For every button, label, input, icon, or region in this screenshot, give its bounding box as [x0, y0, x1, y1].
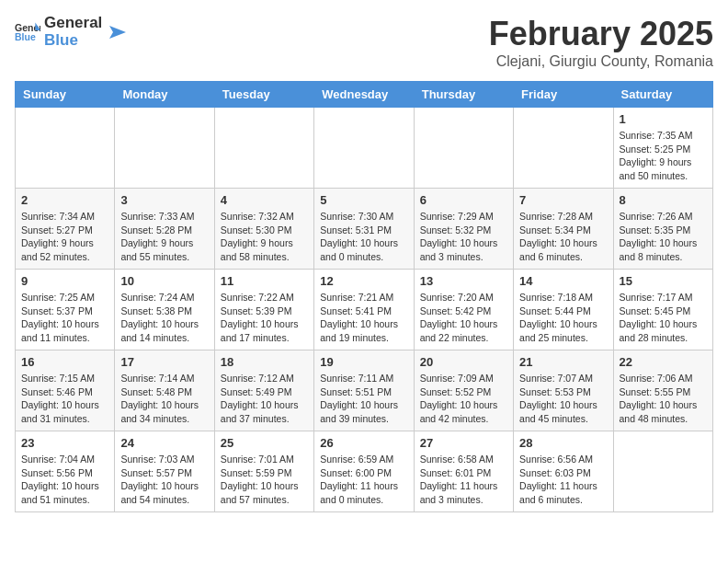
calendar-cell: 7Sunrise: 7:28 AM Sunset: 5:34 PM Daylig… — [514, 189, 613, 270]
calendar-cell: 6Sunrise: 7:29 AM Sunset: 5:32 PM Daylig… — [414, 189, 513, 270]
calendar-cell: 21Sunrise: 7:07 AM Sunset: 5:53 PM Dayli… — [514, 350, 613, 431]
calendar-cell: 12Sunrise: 7:21 AM Sunset: 5:41 PM Dayli… — [314, 270, 414, 350]
day-info: Sunrise: 7:11 AM Sunset: 5:51 PM Dayligh… — [320, 372, 407, 426]
day-number: 20 — [420, 355, 507, 369]
calendar-week-row: 9Sunrise: 7:25 AM Sunset: 5:37 PM Daylig… — [16, 270, 713, 350]
calendar-table: SundayMondayTuesdayWednesdayThursdayFrid… — [15, 81, 713, 512]
day-number: 26 — [320, 436, 407, 450]
logo-icon: General Blue — [15, 21, 40, 43]
calendar-cell: 5Sunrise: 7:30 AM Sunset: 5:31 PM Daylig… — [314, 189, 414, 270]
calendar-cell: 10Sunrise: 7:24 AM Sunset: 5:38 PM Dayli… — [115, 270, 214, 350]
calendar-week-row: 2Sunrise: 7:34 AM Sunset: 5:27 PM Daylig… — [16, 189, 713, 270]
calendar-cell: 11Sunrise: 7:22 AM Sunset: 5:39 PM Dayli… — [214, 270, 313, 350]
calendar-header-row: SundayMondayTuesdayWednesdayThursdayFrid… — [16, 82, 713, 108]
column-header-wednesday: Wednesday — [314, 82, 414, 108]
day-info: Sunrise: 7:18 AM Sunset: 5:44 PM Dayligh… — [519, 291, 607, 345]
logo-blue: Blue — [44, 32, 102, 50]
calendar-cell — [514, 108, 613, 189]
day-info: Sunrise: 7:24 AM Sunset: 5:38 PM Dayligh… — [120, 291, 208, 345]
column-header-monday: Monday — [115, 82, 214, 108]
day-info: Sunrise: 7:26 AM Sunset: 5:35 PM Dayligh… — [620, 210, 707, 264]
calendar-cell: 26Sunrise: 6:59 AM Sunset: 6:00 PM Dayli… — [314, 431, 414, 512]
day-number: 13 — [420, 274, 507, 288]
calendar-cell: 16Sunrise: 7:15 AM Sunset: 5:46 PM Dayli… — [16, 350, 115, 431]
day-number: 17 — [120, 355, 208, 369]
day-number: 28 — [519, 436, 607, 450]
day-info: Sunrise: 7:03 AM Sunset: 5:57 PM Dayligh… — [120, 453, 208, 507]
column-header-sunday: Sunday — [16, 82, 115, 108]
day-info: Sunrise: 7:25 AM Sunset: 5:37 PM Dayligh… — [21, 291, 108, 345]
column-header-tuesday: Tuesday — [214, 82, 313, 108]
calendar-cell: 14Sunrise: 7:18 AM Sunset: 5:44 PM Dayli… — [514, 270, 613, 350]
column-header-saturday: Saturday — [613, 82, 712, 108]
calendar-cell — [214, 108, 313, 189]
day-info: Sunrise: 7:17 AM Sunset: 5:45 PM Dayligh… — [620, 291, 707, 345]
day-number: 21 — [519, 355, 607, 369]
month-title: February 2025 — [489, 15, 713, 53]
day-info: Sunrise: 7:33 AM Sunset: 5:28 PM Dayligh… — [120, 210, 208, 264]
day-info: Sunrise: 6:59 AM Sunset: 6:00 PM Dayligh… — [320, 453, 407, 507]
calendar-cell: 2Sunrise: 7:34 AM Sunset: 5:27 PM Daylig… — [16, 189, 115, 270]
calendar-cell: 15Sunrise: 7:17 AM Sunset: 5:45 PM Dayli… — [613, 270, 712, 350]
day-info: Sunrise: 7:34 AM Sunset: 5:27 PM Dayligh… — [21, 210, 108, 264]
day-info: Sunrise: 7:20 AM Sunset: 5:42 PM Dayligh… — [420, 291, 507, 345]
day-info: Sunrise: 7:15 AM Sunset: 5:46 PM Dayligh… — [21, 372, 108, 426]
day-number: 10 — [120, 274, 208, 288]
day-number: 2 — [21, 193, 108, 207]
calendar-cell — [314, 108, 414, 189]
day-number: 7 — [519, 193, 607, 207]
calendar-cell: 9Sunrise: 7:25 AM Sunset: 5:37 PM Daylig… — [16, 270, 115, 350]
day-info: Sunrise: 7:22 AM Sunset: 5:39 PM Dayligh… — [221, 291, 308, 345]
day-number: 11 — [221, 274, 308, 288]
calendar-week-row: 16Sunrise: 7:15 AM Sunset: 5:46 PM Dayli… — [16, 350, 713, 431]
column-header-friday: Friday — [514, 82, 613, 108]
day-info: Sunrise: 7:28 AM Sunset: 5:34 PM Dayligh… — [519, 210, 607, 264]
day-info: Sunrise: 7:32 AM Sunset: 5:30 PM Dayligh… — [221, 210, 308, 264]
calendar-cell: 8Sunrise: 7:26 AM Sunset: 5:35 PM Daylig… — [613, 189, 712, 270]
title-block: February 2025 Clejani, Giurgiu County, R… — [489, 15, 713, 70]
day-info: Sunrise: 7:06 AM Sunset: 5:55 PM Dayligh… — [620, 372, 707, 426]
day-info: Sunrise: 6:56 AM Sunset: 6:03 PM Dayligh… — [519, 453, 607, 507]
location-title: Clejani, Giurgiu County, Romania — [489, 53, 713, 70]
day-number: 27 — [420, 436, 507, 450]
calendar-cell — [613, 431, 712, 512]
day-info: Sunrise: 7:07 AM Sunset: 5:53 PM Dayligh… — [519, 372, 607, 426]
day-number: 8 — [620, 193, 707, 207]
day-info: Sunrise: 7:35 AM Sunset: 5:25 PM Dayligh… — [620, 129, 707, 183]
day-info: Sunrise: 7:04 AM Sunset: 5:56 PM Dayligh… — [21, 453, 108, 507]
calendar-cell: 23Sunrise: 7:04 AM Sunset: 5:56 PM Dayli… — [16, 431, 115, 512]
calendar-cell: 28Sunrise: 6:56 AM Sunset: 6:03 PM Dayli… — [514, 431, 613, 512]
day-number: 14 — [519, 274, 607, 288]
day-number: 15 — [620, 274, 707, 288]
calendar-cell: 19Sunrise: 7:11 AM Sunset: 5:51 PM Dayli… — [314, 350, 414, 431]
calendar-week-row: 1Sunrise: 7:35 AM Sunset: 5:25 PM Daylig… — [16, 108, 713, 189]
day-info: Sunrise: 7:30 AM Sunset: 5:31 PM Dayligh… — [320, 210, 407, 264]
calendar-week-row: 23Sunrise: 7:04 AM Sunset: 5:56 PM Dayli… — [16, 431, 713, 512]
day-number: 19 — [320, 355, 407, 369]
svg-marker-3 — [109, 26, 126, 39]
calendar-cell: 3Sunrise: 7:33 AM Sunset: 5:28 PM Daylig… — [115, 189, 214, 270]
calendar-cell: 4Sunrise: 7:32 AM Sunset: 5:30 PM Daylig… — [214, 189, 313, 270]
day-info: Sunrise: 7:12 AM Sunset: 5:49 PM Dayligh… — [221, 372, 308, 426]
day-number: 24 — [120, 436, 208, 450]
calendar-cell: 27Sunrise: 6:58 AM Sunset: 6:01 PM Dayli… — [414, 431, 513, 512]
day-number: 3 — [120, 193, 208, 207]
day-number: 4 — [221, 193, 308, 207]
day-number: 18 — [221, 355, 308, 369]
day-number: 22 — [620, 355, 707, 369]
calendar-cell — [16, 108, 115, 189]
calendar-cell: 24Sunrise: 7:03 AM Sunset: 5:57 PM Dayli… — [115, 431, 214, 512]
day-number: 5 — [320, 193, 407, 207]
day-info: Sunrise: 7:21 AM Sunset: 5:41 PM Dayligh… — [320, 291, 407, 345]
day-number: 16 — [21, 355, 108, 369]
day-info: Sunrise: 7:09 AM Sunset: 5:52 PM Dayligh… — [420, 372, 507, 426]
day-number: 25 — [221, 436, 308, 450]
calendar-cell: 22Sunrise: 7:06 AM Sunset: 5:55 PM Dayli… — [613, 350, 712, 431]
day-info: Sunrise: 7:01 AM Sunset: 5:59 PM Dayligh… — [221, 453, 308, 507]
day-info: Sunrise: 7:29 AM Sunset: 5:32 PM Dayligh… — [420, 210, 507, 264]
calendar-cell: 17Sunrise: 7:14 AM Sunset: 5:48 PM Dayli… — [115, 350, 214, 431]
day-number: 9 — [21, 274, 108, 288]
calendar-cell: 20Sunrise: 7:09 AM Sunset: 5:52 PM Dayli… — [414, 350, 513, 431]
column-header-thursday: Thursday — [414, 82, 513, 108]
day-number: 6 — [420, 193, 507, 207]
